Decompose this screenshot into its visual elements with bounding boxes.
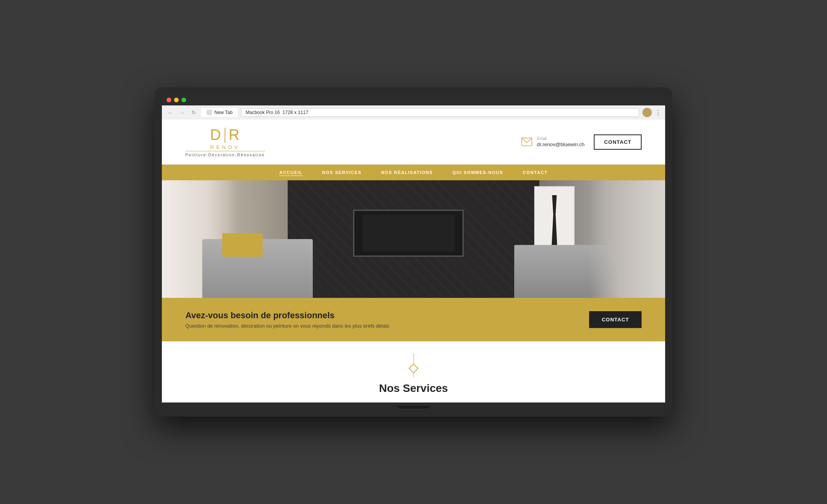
email-value: dr.renov@bluewin.ch [537,141,585,147]
cta-subtitle: Question de rénovation, décoration ou pe… [185,323,389,329]
browser-bar: ← → ↻ New Tab ⋮ [162,105,665,120]
sofa-pillow-left [222,233,263,257]
contact-button-cta[interactable]: CONTACT [589,311,642,328]
plant-right [589,180,665,298]
tab-label: New Tab [214,110,232,115]
macbook-base [162,412,665,417]
services-line-top [414,353,414,364]
fullscreen-dot[interactable] [181,98,186,102]
services-title: Nos Services [379,382,448,395]
logo-area: D R RENOV Peinture-Décoration-Rénovation [185,127,265,157]
email-block: Email dr.renov@bluewin.ch [521,136,585,148]
forward-button[interactable]: → [178,108,186,117]
tv-screen [363,215,455,251]
site-header: D R RENOV Peinture-Décoration-Rénovation [162,120,665,165]
email-icon [521,136,533,148]
website-content: D R RENOV Peinture-Décoration-Rénovation [162,120,665,402]
browser-menu-icon[interactable]: ⋮ [655,109,661,116]
macbook-notch [398,406,429,408]
site-nav: ACCUEIL NOS SERVICES NOS RÉALISATIONS QU… [162,165,665,180]
nav-item-accueil[interactable]: ACCUEIL [279,170,303,175]
browser-tab[interactable]: New Tab [201,108,238,117]
nav-item-qui-sommes[interactable]: QUI SOMMES-NOUS [452,170,503,175]
url-bar[interactable] [241,108,639,117]
services-section: Nos Services [162,341,665,402]
logo-letters: D R [210,127,240,143]
logo-renov: RENOV [210,144,240,150]
close-dot[interactable] [167,98,171,102]
hero-image [162,180,665,298]
header-right: Email dr.renov@bluewin.ch CONTACT [521,134,642,150]
email-label: Email [537,136,585,141]
nav-item-contact[interactable]: CONTACT [523,170,548,175]
logo-divider [225,128,225,143]
cta-banner: Avez-vous besoin de professionnels Quest… [162,298,665,341]
services-diamond-icon [408,363,418,373]
services-icon-area [410,353,417,377]
tv-unit [353,210,464,257]
cta-text-block: Avez-vous besoin de professionnels Quest… [185,310,389,329]
macbook-frame: ← → ↻ New Tab ⋮ D R RENOV [155,87,672,417]
logo-d: D [210,127,221,143]
browser-avatar [642,108,652,117]
logo-tagline: Peinture-Décoration-Rénovation [185,153,265,157]
macbook-chin [162,402,665,412]
back-button[interactable]: ← [166,108,174,117]
favicon-icon [207,110,212,115]
nav-item-services[interactable]: NOS SERVICES [322,170,361,175]
logo-r: R [229,127,240,143]
macbook-screen: ← → ↻ New Tab ⋮ D R RENOV [162,94,665,402]
cta-title: Avez-vous besoin de professionnels [185,310,389,321]
hero-room [162,180,665,298]
nav-item-realisations[interactable]: NOS RÉALISATIONS [381,170,433,175]
email-info: Email dr.renov@bluewin.ch [537,136,585,148]
macos-bar [162,94,665,105]
logo-underline [185,151,265,151]
minimize-dot[interactable] [174,98,179,102]
reload-button[interactable]: ↻ [189,108,198,117]
contact-button-header[interactable]: CONTACT [594,134,642,150]
